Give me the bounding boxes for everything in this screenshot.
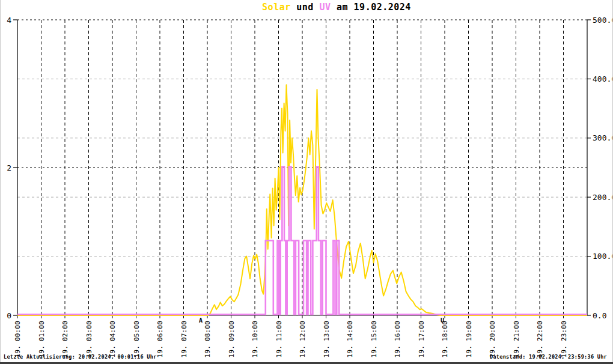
x-tick-label: 19. 14:00 xyxy=(346,321,354,357)
x-tick-label: 19. 08:00 xyxy=(204,321,212,357)
x-tick-label: 19. 11:00 xyxy=(275,321,283,357)
x-tick-label: 19. 09:00 xyxy=(228,321,236,357)
x-tick-label: 19. 04:00 xyxy=(109,321,117,357)
x-tick-label: 19. 06:00 xyxy=(156,321,164,357)
x-tick-label: 19. 21:00 xyxy=(513,321,520,357)
y-right-tick-label: 100.0 xyxy=(593,252,613,261)
x-tick-label: 19. 00:00 xyxy=(14,321,22,357)
y-right-tick-label: 500.0 xyxy=(593,16,613,25)
x-tick-label: 19. 12:00 xyxy=(299,321,306,357)
footer-last-update: Letzte Aktualisierung: 20.02.2024, 00:01… xyxy=(4,354,157,360)
x-tick-label: 19. 19:00 xyxy=(465,321,473,357)
y-right-tick-label: 300.0 xyxy=(593,133,613,142)
footer-data-timestamp: Datenstand: 19.02.2024, 23:59:36 Uhr xyxy=(490,354,607,360)
y-right-tick-label: 400.0 xyxy=(593,74,613,83)
x-tick-label: 19. 02:00 xyxy=(61,321,69,357)
x-tick-label: 19. 17:00 xyxy=(418,321,425,357)
y-left-tick-label: 4 xyxy=(7,16,11,25)
x-tick-label: 19. 05:00 xyxy=(133,321,141,357)
y-right-tick-label: 0.0 xyxy=(593,311,606,320)
y-left-tick-label: 2 xyxy=(7,163,11,172)
x-tick-label: 19. 16:00 xyxy=(394,321,401,357)
x-tick-label: 19. 20:00 xyxy=(489,321,496,357)
x-tick-label: 19. 07:00 xyxy=(180,321,188,357)
plot-area: AU0240.0100.0200.0300.0400.0500.019. 00:… xyxy=(0,0,613,364)
x-tick-label: 19. 22:00 xyxy=(536,321,544,357)
x-tick-label: 19. 18:00 xyxy=(441,321,449,357)
x-tick-label: 19. 15:00 xyxy=(370,321,378,357)
x-tick-label: 19. 13:00 xyxy=(323,321,331,357)
marker-A: A xyxy=(199,317,203,324)
x-tick-label: 19. 03:00 xyxy=(85,321,93,357)
y-left-tick-label: 0 xyxy=(7,311,11,320)
chart-frame: Solar und UV am 19.02.2024 AU0240.0100.0… xyxy=(0,0,613,364)
x-tick-label: 19. 10:00 xyxy=(251,321,259,357)
y-right-tick-label: 200.0 xyxy=(593,193,613,202)
frame-border-left xyxy=(0,0,1,364)
x-tick-label: 19. 01:00 xyxy=(38,321,46,357)
x-tick-label: 19. 23:00 xyxy=(560,321,568,357)
